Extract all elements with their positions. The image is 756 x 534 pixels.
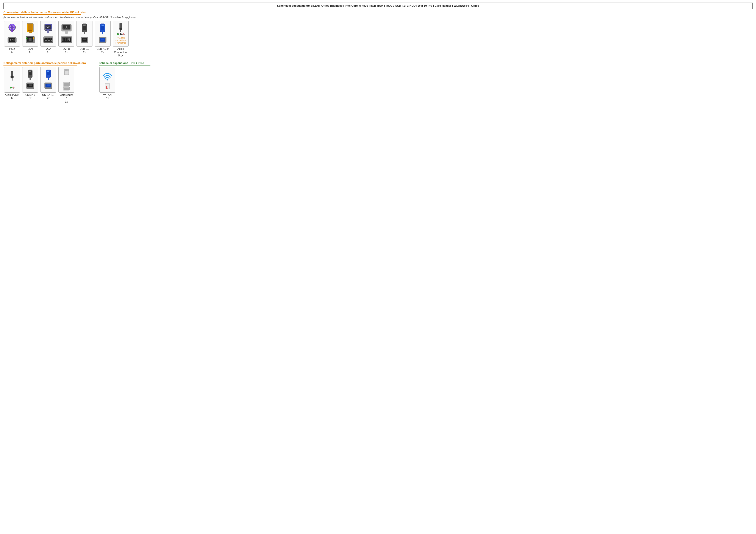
svg-point-36 [48,27,49,28]
connector-usb20-front-label: USB 2.03x [25,93,35,100]
svg-point-33 [48,26,49,27]
connector-wlan: W-LAN1x [99,67,116,100]
svg-rect-24 [28,38,28,41]
svg-rect-25 [29,38,30,41]
svg-point-34 [49,26,50,27]
svg-rect-52 [52,37,53,38]
svg-rect-113 [12,78,13,81]
audio-cable-icon [115,23,126,32]
svg-rect-31 [45,25,51,29]
lan-port-icon [25,36,36,44]
ps2-port-icon [7,36,17,44]
usb20-cable-icon [79,23,90,34]
section1-header1: Connessioni della scheda madre [3,11,47,14]
svg-rect-96 [83,25,86,26]
section1-header2: Connessioni del PC sul retro [48,11,86,14]
svg-point-3 [12,25,13,26]
connector-ps2-label: PS/22x [9,47,15,54]
svg-point-42 [45,38,46,39]
svg-point-32 [46,26,47,27]
connector-dvid: DVI-D1x [58,21,75,58]
svg-rect-91 [67,40,68,41]
svg-rect-84 [65,39,65,39]
svg-rect-117 [30,77,31,80]
svg-rect-82 [63,39,63,39]
usba30-front-port-icon [43,82,54,90]
svg-point-136 [107,79,108,81]
svg-rect-69 [68,28,68,28]
svg-point-48 [48,40,49,41]
svg-rect-51 [43,37,45,38]
audio-note: *7.1 conconnettoreFrontpanel [116,37,126,44]
connector-usb20-front: USB 2.03x [21,67,39,104]
connector-usb20: USB 2.02x [76,21,93,58]
svg-point-10 [10,39,11,40]
svg-rect-67 [63,28,64,28]
svg-rect-93 [66,38,67,41]
connector-audio-front: Audio In/Out1x [3,67,21,104]
section2-header: Collegamenti anteriori parte anteriore/s… [3,62,86,64]
ps2-cable-icon [7,23,17,34]
svg-rect-39 [47,30,49,33]
section-front: Collegamenti anteriori parte anteriore/s… [3,62,86,104]
section1-subtitle: (le connessioni del monitor/scheda grafi… [3,16,753,19]
connector-audio: *7.1 conconnettoreFrontpanel AudioConnec… [112,21,129,58]
svg-rect-130 [65,69,66,70]
connector-lan-label: LAN1x [28,47,33,54]
lan-cable-icon [25,23,36,34]
svg-rect-103 [101,25,104,26]
svg-rect-55 [63,26,64,26]
svg-rect-7 [12,30,13,32]
wlan-icon [101,70,114,82]
svg-rect-71 [62,29,63,30]
front-connectors-row: Audio In/Out1x US [3,67,86,104]
svg-rect-124 [48,77,49,80]
svg-rect-97 [84,32,85,34]
svg-rect-19 [29,32,30,33]
svg-rect-123 [47,71,49,72]
audio-dots [117,33,124,35]
svg-rect-62 [64,27,65,27]
svg-point-29 [33,38,34,39]
connector-audio-label: AudioConnectors5.1x [114,47,127,58]
svg-point-45 [50,38,51,39]
connector-lan: LAN1x [21,21,39,58]
usb20-front-cable-icon [25,69,36,80]
svg-rect-60 [68,26,69,26]
connector-usba30-label: USB-A 3.02x [96,47,109,54]
svg-rect-77 [64,38,64,38]
dvid-cable-icon [61,23,72,34]
svg-rect-135 [64,88,69,89]
svg-point-43 [47,38,48,39]
svg-rect-65 [68,27,68,27]
svg-point-35 [47,27,48,28]
svg-rect-26 [30,38,31,41]
svg-rect-127 [47,85,50,86]
svg-rect-110 [120,30,121,32]
usba30-port-icon [97,36,108,44]
svg-rect-120 [29,85,32,86]
vga-port-icon [43,36,54,44]
svg-rect-107 [101,38,104,40]
connector-audio-front-label: Audio In/Out1x [5,93,19,100]
connector-usba30: USB-A 3.02x [94,21,111,58]
wlan-card-icon [104,83,111,89]
svg-point-47 [46,40,47,41]
svg-rect-90 [65,40,65,41]
svg-rect-38 [51,29,52,30]
lower-sections: Collegamenti anteriori parte anteriore/s… [3,62,753,108]
section-motherboard: Connessioni della scheda madre Connessio… [3,11,753,58]
svg-point-112 [11,75,14,78]
svg-point-6 [10,28,11,29]
usba30-cable-icon [97,23,108,34]
svg-rect-66 [68,27,69,27]
svg-rect-88 [63,40,63,41]
expansion-connectors-row: W-LAN1x [99,67,150,100]
svg-point-109 [120,28,122,30]
svg-rect-133 [64,83,69,86]
svg-point-12 [14,39,14,40]
connector-cardreader-label: Cardreader*1x [60,93,73,104]
connector-usba30-front: USB-A 3.02x [40,67,57,104]
svg-rect-21 [31,32,31,33]
connector-ps2: PS/22x [3,21,21,58]
